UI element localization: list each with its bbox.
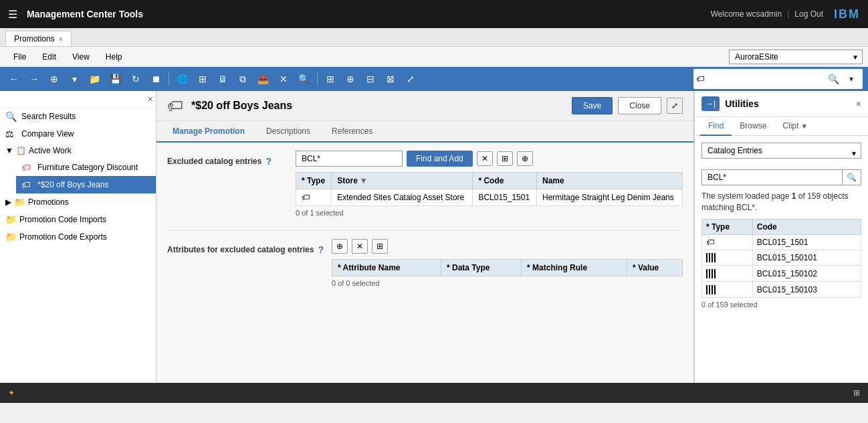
- results-prefix: The system loaded page: [701, 191, 792, 201]
- menu-help[interactable]: Help: [98, 50, 130, 64]
- col-store[interactable]: Store ▼: [332, 173, 473, 189]
- toolbar-save-btn[interactable]: 💾: [106, 70, 124, 88]
- sidebar-item-promo-code-exports[interactable]: 📁 Promotion Code Exports: [0, 228, 156, 246]
- toolbar-grid-btn[interactable]: ⊞: [194, 70, 211, 88]
- clear-icon-btn[interactable]: ✕: [477, 151, 493, 166]
- sidebar-item-search-results[interactable]: 🔍 Search Results: [0, 108, 156, 125]
- utilities-search-execute-btn[interactable]: 🔍: [842, 170, 861, 185]
- sidebar-item-promo-code-imports[interactable]: 📁 Promotion Code Imports: [0, 211, 156, 228]
- add-icon-btn[interactable]: ⊕: [517, 151, 533, 166]
- attr-grid-btn[interactable]: ⊞: [372, 239, 388, 254]
- util-col-type-label: * Type: [706, 222, 730, 232]
- save-button[interactable]: Save: [572, 97, 613, 114]
- table-row[interactable]: 🏷 Extended Sites Catalog Asset Store BCL…: [296, 189, 683, 206]
- toolbar-folder-btn[interactable]: 📁: [86, 70, 104, 88]
- toolbar-cancel-btn[interactable]: ✕: [275, 70, 292, 88]
- menu-view[interactable]: View: [64, 50, 98, 64]
- toolbar-search-execute-btn[interactable]: 🔍: [825, 70, 843, 88]
- col-data-type-label: * Data Type: [447, 263, 490, 272]
- toolbar-forward-btn[interactable]: →: [25, 70, 43, 88]
- sidebar-item-promotions-folder[interactable]: ▶ 📁 Promotions: [0, 193, 156, 211]
- window-icon[interactable]: ⊞: [853, 388, 860, 398]
- utilities-search-input[interactable]: [702, 170, 842, 185]
- hamburger-menu[interactable]: ☰: [8, 8, 17, 21]
- utilities-close-btn[interactable]: ×: [856, 98, 861, 109]
- toolbar-copy-btn[interactable]: ⧉: [234, 70, 251, 88]
- toolbar-table-btn[interactable]: ⊞: [322, 70, 339, 88]
- editor-tabs: Manage Promotion Descriptions References: [156, 121, 693, 143]
- attributes-help-icon[interactable]: ?: [318, 244, 324, 255]
- promotions-folder-icon: 📁: [14, 197, 25, 207]
- tab-references[interactable]: References: [321, 121, 383, 143]
- col-value: * Value: [627, 260, 682, 276]
- sidebar-close-btn[interactable]: ×: [148, 94, 153, 104]
- toolbar-search-btn[interactable]: 🔍: [295, 70, 313, 88]
- close-button[interactable]: Close: [618, 97, 661, 114]
- col-value-label: * Value: [633, 263, 659, 272]
- promotions-folder-expand-icon: ▶: [5, 197, 11, 207]
- col-store-sort[interactable]: Store ▼: [337, 176, 467, 185]
- util-table-row[interactable]: BCL015_150101: [702, 250, 861, 266]
- toolbar-new-btn[interactable]: ⊕: [45, 70, 63, 88]
- top-separator: |: [787, 9, 789, 19]
- toolbar-sep-1: [169, 72, 169, 86]
- row-name-cell: Hermitage Straight Leg Denim Jeans: [536, 189, 682, 206]
- editor-title: *$20 off Boys Jeans: [191, 100, 564, 112]
- main-layout: × 🔍 Search Results ⚖ Compare View ▼ 📋 Ac…: [0, 91, 868, 383]
- sidebar-group-active-work[interactable]: ▼ 📋 Active Work: [0, 143, 156, 159]
- toolbar-stop-btn[interactable]: ⏹: [147, 70, 165, 88]
- excluded-catalog-help-icon[interactable]: ?: [265, 156, 272, 167]
- find-add-button[interactable]: Find and Add: [407, 151, 473, 167]
- attr-add-btn[interactable]: ⊕: [332, 239, 348, 254]
- util-row-code-1: BCL015_1501: [752, 234, 861, 250]
- util-table-row[interactable]: 🏷 BCL015_1501: [702, 234, 861, 250]
- utilities-type-dropdown[interactable]: Catalog Entries Promotions Categories: [701, 143, 861, 159]
- util-selected-count: 0 of 159 selected: [701, 298, 861, 311]
- catalog-search-input[interactable]: [296, 151, 403, 167]
- toolbar-search-area: 🏷 🔍 ▾: [693, 69, 863, 89]
- store-dropdown[interactable]: AuroraESite: [729, 50, 863, 64]
- utilities-tab-clipt[interactable]: Clipt ▼: [774, 117, 815, 136]
- menu-file[interactable]: File: [5, 50, 34, 64]
- toolbar-search-dropdown-btn[interactable]: ▾: [843, 70, 860, 88]
- toolbar-add-row-btn[interactable]: ⊕: [342, 70, 359, 88]
- toolbar-back-btn[interactable]: ←: [5, 70, 23, 88]
- utilities-tab-more-icon[interactable]: ▼: [801, 122, 808, 130]
- toolbar-expand-btn[interactable]: ⤢: [402, 70, 419, 88]
- toolbar-monitor-btn[interactable]: 🖥: [214, 70, 231, 88]
- expand-button[interactable]: ⤢: [667, 98, 683, 114]
- menu-edit[interactable]: Edit: [34, 50, 64, 64]
- utilities-tab-browse[interactable]: Browse: [732, 117, 774, 136]
- toolbar-col-btn[interactable]: ⊠: [382, 70, 399, 88]
- util-table-row[interactable]: BCL015_150103: [702, 282, 861, 298]
- sidebar-item-boys-jeans[interactable]: 🏷 *$20 off Boys Jeans: [16, 176, 156, 193]
- store-selector[interactable]: AuroraESite: [729, 50, 863, 64]
- tab-close-icon[interactable]: ×: [59, 35, 63, 43]
- utilities-header: →| Utilities ×: [695, 91, 868, 117]
- util-barcode-icon-2: [706, 253, 716, 262]
- excluded-catalog-content: Find and Add ✕ ⊞ ⊕ * Type: [296, 151, 683, 220]
- tab-manage-promotion[interactable]: Manage Promotion: [162, 121, 255, 143]
- sidebar-item-compare-view[interactable]: ⚖ Compare View: [0, 125, 156, 143]
- promo-imports-icon: 📁: [5, 214, 17, 225]
- utilities-result-table: * Type Code 🏷 BCL015_1501: [701, 219, 861, 298]
- toolbar-upload-btn[interactable]: 📤: [254, 70, 272, 88]
- logout-button[interactable]: Log Out: [794, 9, 823, 19]
- toolbar-refresh-btn[interactable]: ↻: [127, 70, 144, 88]
- util-table-row[interactable]: BCL015_150102: [702, 266, 861, 282]
- utilities-tab-find[interactable]: Find: [700, 117, 732, 136]
- utilities-panel: →| Utilities × Find Browse Clipt ▼ Catal…: [694, 91, 868, 383]
- col-attr-name: * Attribute Name: [332, 260, 441, 276]
- toolbar-split-btn[interactable]: ⊟: [362, 70, 379, 88]
- grid-icon-btn[interactable]: ⊞: [497, 151, 513, 166]
- tab-descriptions[interactable]: Descriptions: [255, 121, 321, 143]
- toolbar-new-dropdown-btn[interactable]: ▾: [66, 70, 83, 88]
- util-barcode-icon-4: [706, 285, 716, 294]
- attr-delete-btn[interactable]: ✕: [352, 239, 368, 254]
- toolbar-search-input[interactable]: [704, 73, 825, 85]
- sidebar-item-furniture[interactable]: 🏷 Furniture Category Discount: [16, 159, 156, 176]
- toolbar-globe-btn[interactable]: 🌐: [173, 70, 191, 88]
- col-type-label: * Type: [302, 176, 325, 185]
- tab-promotions[interactable]: Promotions ×: [5, 31, 72, 46]
- attributes-header: Attributes for excluded catalog entries …: [167, 244, 324, 255]
